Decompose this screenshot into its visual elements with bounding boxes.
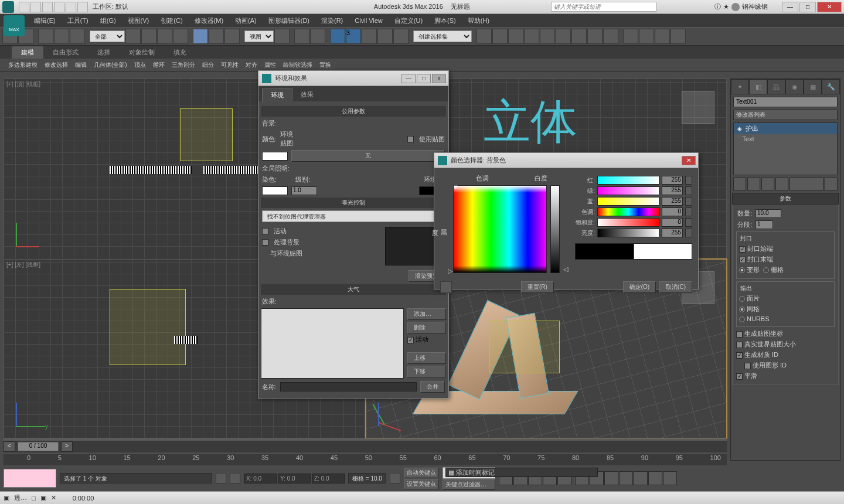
s-slider[interactable] xyxy=(597,218,659,227)
maxtoggle-icon[interactable] xyxy=(663,471,677,485)
spinner-arrows[interactable] xyxy=(685,218,692,227)
spinner-snap-button[interactable] xyxy=(377,29,393,44)
ribbon-tab-freeform[interactable]: 自由形式 xyxy=(43,46,88,59)
selection-filter-combo[interactable]: 全部 xyxy=(90,30,125,42)
smooth-checkbox[interactable]: ✓ xyxy=(736,373,743,380)
y-coord-input[interactable]: Y: 0.0 xyxy=(278,474,311,483)
cap-end-checkbox[interactable]: ✓ xyxy=(739,257,746,263)
key-icon[interactable] xyxy=(390,473,400,483)
window-crossing-button[interactable] xyxy=(173,29,188,44)
align-button[interactable] xyxy=(492,29,508,44)
grid-radio[interactable] xyxy=(763,267,769,273)
show-end-result-icon[interactable] xyxy=(747,178,760,190)
render-button[interactable] xyxy=(603,29,618,44)
dialog-titlebar[interactable]: 颜色选择器: 背景色 ✕ xyxy=(434,153,698,168)
autokey-button[interactable]: 自动关键点 xyxy=(404,468,439,478)
r-slider[interactable] xyxy=(597,176,659,185)
patch-radio[interactable] xyxy=(739,296,745,302)
ribbon-item[interactable]: 可见性 xyxy=(217,61,242,69)
v-input[interactable]: 255 xyxy=(662,229,683,237)
minimize-button[interactable]: — xyxy=(401,74,416,83)
ok-button[interactable]: 确定(O) xyxy=(623,281,656,293)
motion-tab-icon[interactable]: ◉ xyxy=(785,79,804,94)
section-common[interactable]: 公用参数 xyxy=(261,106,446,117)
ribbon-item[interactable]: 修改选择 xyxy=(41,61,72,69)
menu-edit[interactable]: 编辑(E) xyxy=(28,16,62,25)
menu-animation[interactable]: 动画(A) xyxy=(229,16,263,25)
reset-button[interactable]: 重置(R) xyxy=(521,281,554,293)
rect-region-button[interactable] xyxy=(157,29,172,44)
manipulate-button[interactable] xyxy=(294,29,309,44)
exposure-combo[interactable]: 找不到位图代理管理器 xyxy=(262,210,445,222)
pan-icon[interactable] xyxy=(634,471,648,485)
fov-icon[interactable] xyxy=(619,471,633,485)
spinner-arrows[interactable] xyxy=(685,176,692,185)
ribbon-item[interactable]: 对齐 xyxy=(242,61,261,69)
star-icon[interactable]: ★ xyxy=(723,3,729,11)
modify-tab-icon[interactable]: ◧ xyxy=(749,79,767,94)
mesh-radio[interactable] xyxy=(739,307,745,312)
qat-open-icon[interactable] xyxy=(30,2,41,12)
effects-listbox[interactable] xyxy=(261,308,404,379)
keyboard-shortcut-button[interactable] xyxy=(310,29,325,44)
menu-civilview[interactable]: Civil View xyxy=(349,17,388,24)
bg-color-swatch[interactable] xyxy=(262,152,288,161)
pin-stack-icon[interactable] xyxy=(733,178,746,190)
ribbon-tab-populate[interactable]: 填充 xyxy=(164,46,196,59)
tab-environment[interactable]: 环境 xyxy=(262,88,292,101)
dialog-titlebar[interactable]: 环境和效果 — □ x xyxy=(258,71,448,86)
next-frame-button[interactable]: > xyxy=(61,441,73,452)
menu-customize[interactable]: 自定义(U) xyxy=(389,16,428,25)
time-slider-handle[interactable]: 0 / 100 xyxy=(18,442,59,451)
snap-button[interactable] xyxy=(330,29,345,44)
edged-faces-button[interactable] xyxy=(393,29,409,44)
b-input[interactable]: 255 xyxy=(662,197,683,206)
layers-button[interactable] xyxy=(508,29,523,44)
prev-frame-button[interactable]: < xyxy=(4,441,15,452)
cap-start-checkbox[interactable]: ✓ xyxy=(739,246,746,253)
ribbon-item[interactable]: 绘制软选择 xyxy=(280,61,316,69)
render-setup-button[interactable] xyxy=(571,29,587,44)
maximize-button[interactable]: □ xyxy=(417,74,431,83)
qat-undo-icon[interactable] xyxy=(54,2,64,12)
r-input[interactable]: 255 xyxy=(662,176,683,185)
envmap-button[interactable]: 无 xyxy=(291,150,445,162)
menu-group[interactable]: 组(G) xyxy=(94,16,122,25)
material-editor-button[interactable] xyxy=(556,29,571,44)
ribbon-item[interactable]: 循环 xyxy=(149,61,168,69)
taskbar-item[interactable]: 透… xyxy=(14,493,27,502)
menu-modifiers[interactable]: 修改器(M) xyxy=(189,16,230,25)
spinner-arrows[interactable] xyxy=(685,229,692,237)
active-checkbox[interactable] xyxy=(262,228,268,234)
realworld-checkbox[interactable] xyxy=(736,342,743,348)
section-exposure[interactable]: 曝光控制 xyxy=(261,197,446,208)
tint-swatch[interactable] xyxy=(262,186,288,195)
pivot-button[interactable] xyxy=(274,29,290,44)
workspace-label[interactable]: 工作区: 默认 xyxy=(93,2,128,11)
schematic-button[interactable] xyxy=(540,29,555,44)
render-frame-button[interactable] xyxy=(587,29,603,44)
maximize-button[interactable]: □ xyxy=(799,2,816,12)
info-icon[interactable]: ⓘ xyxy=(714,2,721,11)
z-coord-input[interactable]: Z: 0.0 xyxy=(312,474,345,483)
whiteness-slider[interactable] xyxy=(550,185,560,273)
ribbon-tab-objectpaint[interactable]: 对象绘制 xyxy=(120,46,164,59)
unlink-button[interactable] xyxy=(54,29,69,44)
viewport-label[interactable]: [+] [顶] [线框] xyxy=(6,80,40,88)
teapot2-icon[interactable] xyxy=(639,29,654,44)
spinner-arrows[interactable] xyxy=(685,186,692,195)
isolate-icon[interactable] xyxy=(230,473,240,483)
level-spinner[interactable]: 1.0 xyxy=(291,186,317,195)
move-up-button[interactable]: 上移 xyxy=(407,352,446,364)
delete-effect-button[interactable]: 删除 xyxy=(407,322,446,333)
nurbs-radio[interactable] xyxy=(739,316,745,322)
create-tab-icon[interactable]: ✦ xyxy=(731,79,749,94)
time-tag-bar[interactable]: ▦ 添加时间标记 xyxy=(445,468,598,477)
make-unique-icon[interactable] xyxy=(761,178,774,190)
effect-active-checkbox[interactable]: ✓ xyxy=(407,337,414,343)
menu-help[interactable]: 帮助(H) xyxy=(462,16,495,25)
user-area[interactable]: ⓘ ★ 钢神缘钢 xyxy=(714,2,768,11)
close-button[interactable]: x xyxy=(432,74,446,83)
gen-mapcoord-checkbox[interactable] xyxy=(736,331,743,338)
taskbar-close-icon[interactable]: ✕ xyxy=(51,494,56,502)
